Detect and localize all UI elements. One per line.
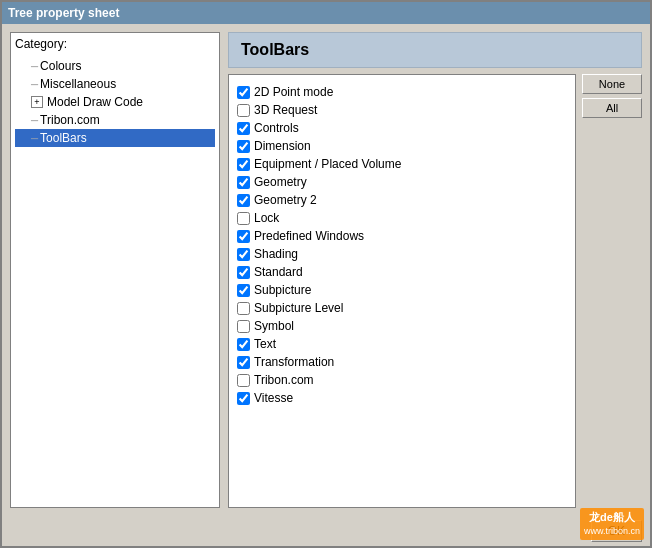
checkbox-label: Lock (254, 211, 279, 225)
checkbox-text[interactable] (237, 338, 250, 351)
checkbox-label: Equipment / Placed Volume (254, 157, 401, 171)
checkbox-item: Transformation (237, 353, 567, 371)
checkbox-item: Subpicture (237, 281, 567, 299)
checkbox-item: Geometry (237, 173, 567, 191)
right-panel: ToolBars 2D Point mode3D RequestControls… (228, 32, 642, 508)
tree-item-label: Model Draw Code (47, 95, 143, 109)
checkbox-item: Symbol (237, 317, 567, 335)
checkbox-vitesse[interactable] (237, 392, 250, 405)
checkbox-standard[interactable] (237, 266, 250, 279)
checkbox-label: Vitesse (254, 391, 293, 405)
tree-expand-icon: + (31, 96, 43, 108)
checkbox-item: Geometry 2 (237, 191, 567, 209)
checkbox-label: Subpicture (254, 283, 311, 297)
title-bar: Tree property sheet (2, 2, 650, 24)
checkbox-shading[interactable] (237, 248, 250, 261)
checkbox-subpicture[interactable] (237, 284, 250, 297)
checkbox-item: Equipment / Placed Volume (237, 155, 567, 173)
checkbox-item: Text (237, 335, 567, 353)
checkbox-item: 2D Point mode (237, 83, 567, 101)
checkbox-item: Shading (237, 245, 567, 263)
checkbox-3d-request[interactable] (237, 104, 250, 117)
tree-item-label: Tribon.com (40, 113, 100, 127)
checkbox-label: Shading (254, 247, 298, 261)
checkbox-subpicture-level[interactable] (237, 302, 250, 315)
checkbox-geometry-2[interactable] (237, 194, 250, 207)
checkbox-label: 3D Request (254, 103, 317, 117)
left-panel: Category: ─ Colours ─ Miscellaneous + Mo… (10, 32, 220, 508)
toolbar-header: ToolBars (228, 32, 642, 68)
tree-item-toolbars[interactable]: ─ ToolBars (15, 129, 215, 147)
tree-item-colours[interactable]: ─ Colours (15, 57, 215, 75)
tree-item-label: Colours (40, 59, 81, 73)
checkbox-label: Geometry (254, 175, 307, 189)
checkbox-dimension[interactable] (237, 140, 250, 153)
checkbox-item: Vitesse (237, 389, 567, 407)
checkbox-triboncom[interactable] (237, 374, 250, 387)
right-buttons: None All (582, 74, 642, 508)
content-area: Category: ─ Colours ─ Miscellaneous + Mo… (2, 24, 650, 516)
tree-dash-icon: ─ (31, 115, 38, 126)
checkbox-label: Tribon.com (254, 373, 314, 387)
checkbox-label: Controls (254, 121, 299, 135)
checkbox-transformation[interactable] (237, 356, 250, 369)
tree-dash-icon: ─ (31, 79, 38, 90)
tree-dash-icon: ─ (31, 133, 38, 144)
checkbox-label: Predefined Windows (254, 229, 364, 243)
all-button[interactable]: All (582, 98, 642, 118)
category-label: Category: (15, 37, 215, 51)
tree-item-miscellaneous[interactable]: ─ Miscellaneous (15, 75, 215, 93)
tree-item-tribon[interactable]: ─ Tribon.com (15, 111, 215, 129)
tree-container: ─ Colours ─ Miscellaneous + Model Draw C… (15, 57, 215, 147)
watermark-line1: 龙de船人 (584, 510, 640, 525)
checkbox-symbol[interactable] (237, 320, 250, 333)
checkbox-item: Controls (237, 119, 567, 137)
watermark: 龙de船人 www.tribon.cn (580, 508, 644, 540)
checkbox-2d-point-mode[interactable] (237, 86, 250, 99)
tree-dash-icon: ─ (31, 61, 38, 72)
main-window: Tree property sheet Category: ─ Colours … (0, 0, 652, 548)
checkbox-label: Symbol (254, 319, 294, 333)
checkbox-label: Subpicture Level (254, 301, 343, 315)
checkbox-label: 2D Point mode (254, 85, 333, 99)
checkbox-item: Subpicture Level (237, 299, 567, 317)
checkbox-item: Lock (237, 209, 567, 227)
checkbox-label: Text (254, 337, 276, 351)
checkbox-controls[interactable] (237, 122, 250, 135)
checkbox-label: Geometry 2 (254, 193, 317, 207)
main-row: 2D Point mode3D RequestControlsDimension… (228, 74, 642, 508)
window-title: Tree property sheet (8, 6, 119, 20)
checkbox-item: 3D Request (237, 101, 567, 119)
checkbox-item: Predefined Windows (237, 227, 567, 245)
checkbox-label: Dimension (254, 139, 311, 153)
checkbox-predefined-windows[interactable] (237, 230, 250, 243)
watermark-line2: www.tribon.cn (584, 525, 640, 538)
checkbox-equipment--placed-volume[interactable] (237, 158, 250, 171)
checkbox-lock[interactable] (237, 212, 250, 225)
tree-item-model-draw-code[interactable]: + Model Draw Code (15, 93, 215, 111)
checkbox-item: Tribon.com (237, 371, 567, 389)
tree-item-label: ToolBars (40, 131, 87, 145)
tree-item-label: Miscellaneous (40, 77, 116, 91)
toolbar-content: 2D Point mode3D RequestControlsDimension… (228, 74, 576, 508)
checkbox-label: Transformation (254, 355, 334, 369)
none-button[interactable]: None (582, 74, 642, 94)
checkbox-item: Dimension (237, 137, 567, 155)
bottom-bar: OK (2, 516, 650, 546)
checkbox-label: Standard (254, 265, 303, 279)
checkbox-geometry[interactable] (237, 176, 250, 189)
checkbox-item: Standard (237, 263, 567, 281)
